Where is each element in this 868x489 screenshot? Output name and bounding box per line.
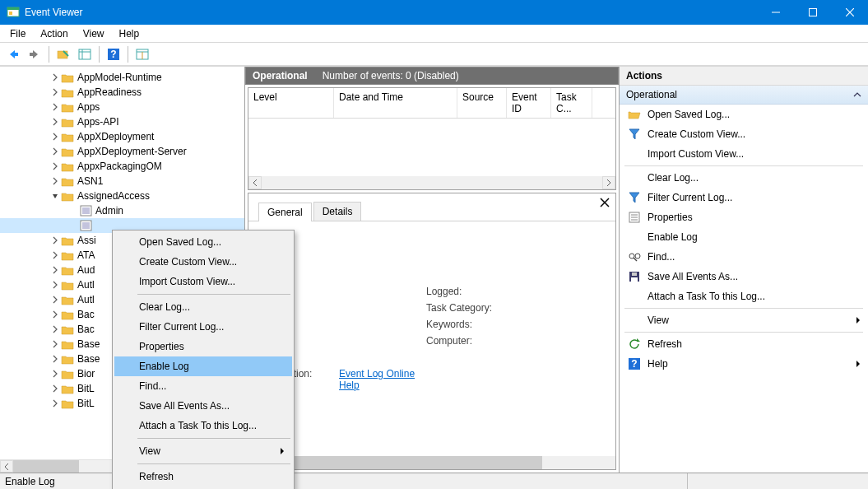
context-menu-item[interactable]: Refresh bbox=[114, 467, 292, 487]
detail-hscrollbar[interactable] bbox=[248, 456, 615, 469]
online-help-link[interactable]: Event Log Online Help bbox=[339, 368, 415, 391]
menu-view[interactable]: View bbox=[77, 26, 111, 41]
tab-details[interactable]: Details bbox=[313, 202, 362, 221]
svg-rect-1 bbox=[7, 7, 19, 10]
maximize-button[interactable] bbox=[794, 0, 831, 25]
titlebar[interactable]: Event Viewer bbox=[0, 0, 868, 25]
chevron-icon[interactable] bbox=[49, 353, 61, 365]
chevron-icon[interactable] bbox=[49, 101, 61, 113]
scroll-left-icon[interactable] bbox=[0, 460, 13, 473]
grid-hscrollbar[interactable] bbox=[248, 176, 615, 189]
scroll-left-icon[interactable] bbox=[248, 176, 262, 189]
context-menu[interactable]: Open Saved Log...Create Custom View...Im… bbox=[112, 230, 295, 489]
nav-forward-button[interactable] bbox=[26, 45, 44, 63]
action-item[interactable]: Create Custom View... bbox=[620, 124, 868, 144]
tree-item[interactable]: AppxPackagingOM bbox=[0, 159, 244, 174]
field-label: Keywords: bbox=[426, 319, 517, 330]
scroll-right-icon[interactable] bbox=[602, 176, 615, 189]
tb-columns-button[interactable] bbox=[133, 45, 151, 63]
column-header[interactable]: Source bbox=[457, 88, 507, 118]
tab-general[interactable]: General bbox=[258, 203, 312, 221]
tb-help-button[interactable]: ? bbox=[104, 45, 123, 63]
chevron-icon[interactable] bbox=[49, 190, 61, 202]
chevron-icon[interactable] bbox=[67, 205, 79, 217]
chevron-icon[interactable] bbox=[49, 72, 61, 83]
action-item[interactable]: Properties bbox=[620, 207, 868, 227]
chevron-icon[interactable] bbox=[49, 116, 61, 128]
close-button[interactable] bbox=[831, 0, 868, 25]
context-menu-item[interactable]: Save All Events As... bbox=[114, 396, 292, 416]
column-header[interactable]: Event ID bbox=[507, 88, 551, 118]
close-icon[interactable] bbox=[597, 195, 612, 210]
context-menu-item[interactable]: View bbox=[114, 441, 292, 461]
tree-item[interactable]: AssignedAccess bbox=[0, 189, 244, 203]
column-header[interactable]: Date and Time bbox=[334, 88, 457, 118]
chevron-icon[interactable] bbox=[49, 249, 61, 261]
context-menu-item[interactable]: Attach a Task To this Log... bbox=[114, 416, 292, 435]
chevron-icon[interactable] bbox=[49, 146, 61, 157]
context-menu-item[interactable]: Import Custom View... bbox=[114, 272, 292, 291]
chevron-icon[interactable] bbox=[49, 131, 61, 142]
menu-file[interactable]: File bbox=[3, 26, 32, 41]
actions-group-header[interactable]: Operational bbox=[620, 86, 868, 105]
tree-item[interactable]: AppXDeployment bbox=[0, 129, 244, 144]
chevron-icon[interactable] bbox=[49, 368, 61, 380]
log-name: Operational bbox=[253, 70, 308, 82]
scroll-thumb[interactable] bbox=[13, 460, 79, 473]
action-item[interactable]: View bbox=[620, 310, 868, 330]
context-menu-item[interactable]: Enable Log bbox=[114, 356, 292, 376]
column-header[interactable]: Task C... bbox=[551, 88, 592, 118]
chevron-icon[interactable] bbox=[49, 309, 61, 320]
chevron-icon[interactable] bbox=[49, 279, 61, 291]
grid-header[interactable]: LevelDate and TimeSourceEvent IDTask C..… bbox=[248, 88, 615, 119]
tree-label: Autl bbox=[77, 294, 95, 305]
menu-help[interactable]: Help bbox=[113, 26, 146, 41]
nav-back-button[interactable] bbox=[4, 45, 22, 63]
context-menu-item[interactable]: Create Custom View... bbox=[114, 252, 292, 272]
chevron-icon[interactable] bbox=[49, 338, 61, 350]
chevron-icon[interactable] bbox=[49, 175, 61, 187]
chevron-icon[interactable] bbox=[49, 324, 61, 335]
chevron-icon[interactable] bbox=[49, 383, 61, 394]
center-pane: Operational Number of events: 0 (Disable… bbox=[245, 67, 620, 473]
tree-label: BitL bbox=[77, 398, 95, 409]
menu-action[interactable]: Action bbox=[34, 26, 74, 41]
tree-item[interactable]: Apps-API bbox=[0, 114, 244, 129]
chevron-icon[interactable] bbox=[49, 294, 61, 305]
action-item[interactable]: ?Help bbox=[620, 354, 868, 374]
collapse-icon[interactable] bbox=[853, 91, 861, 99]
action-item[interactable]: Filter Current Log... bbox=[620, 188, 868, 207]
tb-explore-button[interactable] bbox=[54, 45, 72, 63]
action-item[interactable]: Refresh bbox=[620, 334, 868, 354]
context-menu-item[interactable]: Clear Log... bbox=[114, 297, 292, 317]
tree-item[interactable]: Apps bbox=[0, 100, 244, 114]
blank-icon bbox=[628, 171, 641, 184]
chevron-icon[interactable] bbox=[67, 220, 79, 231]
column-header[interactable]: Level bbox=[248, 88, 334, 118]
scroll-track[interactable] bbox=[262, 176, 602, 189]
tb-list-button[interactable] bbox=[76, 45, 94, 63]
action-item[interactable]: Enable Log bbox=[620, 227, 868, 247]
chevron-icon[interactable] bbox=[49, 161, 61, 172]
action-item[interactable]: Open Saved Log... bbox=[620, 105, 868, 124]
action-item[interactable]: Attach a Task To this Log... bbox=[620, 286, 868, 306]
tree-item[interactable]: ASN1 bbox=[0, 174, 244, 189]
action-item[interactable]: Find... bbox=[620, 247, 868, 267]
context-menu-item[interactable]: Filter Current Log... bbox=[114, 317, 292, 337]
context-menu-item[interactable]: Find... bbox=[114, 376, 292, 396]
action-item[interactable]: Clear Log... bbox=[620, 168, 868, 188]
minimize-button[interactable] bbox=[757, 0, 794, 25]
context-menu-item[interactable]: Open Saved Log... bbox=[114, 232, 292, 252]
tree-item[interactable]: Admin bbox=[0, 203, 244, 218]
chevron-icon[interactable] bbox=[49, 235, 61, 246]
tree-item[interactable]: AppReadiness bbox=[0, 85, 244, 100]
chevron-icon[interactable] bbox=[49, 264, 61, 276]
tree-item[interactable]: AppModel-Runtime bbox=[0, 70, 244, 85]
svg-rect-7 bbox=[14, 53, 18, 56]
chevron-icon[interactable] bbox=[49, 398, 61, 409]
context-menu-item[interactable]: Properties bbox=[114, 337, 292, 356]
action-item[interactable]: Save All Events As... bbox=[620, 267, 868, 286]
action-item[interactable]: Import Custom View... bbox=[620, 144, 868, 164]
chevron-icon[interactable] bbox=[49, 86, 61, 98]
tree-item[interactable]: AppXDeployment-Server bbox=[0, 144, 244, 159]
